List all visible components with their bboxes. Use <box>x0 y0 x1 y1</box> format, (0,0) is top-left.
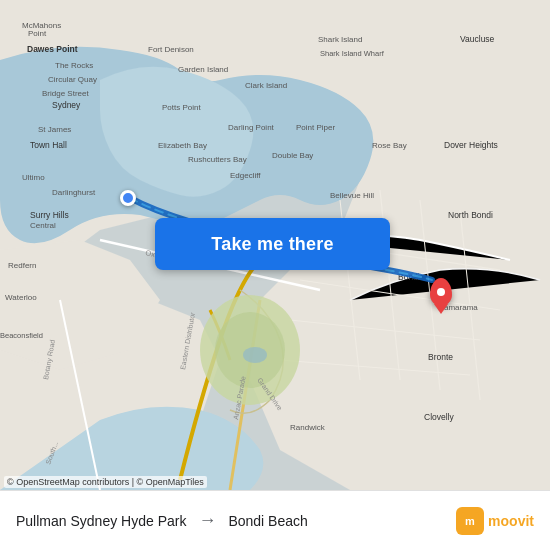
svg-text:Clovelly: Clovelly <box>424 412 455 422</box>
svg-text:Vaucluse: Vaucluse <box>460 34 495 44</box>
destination-label: Bondi Beach <box>228 513 307 529</box>
svg-text:Bridge Street: Bridge Street <box>42 89 89 98</box>
svg-text:Town Hall: Town Hall <box>30 140 67 150</box>
svg-text:Waterloo: Waterloo <box>5 293 37 302</box>
moovit-text: moovit <box>488 513 534 529</box>
svg-text:Rushcutters Bay: Rushcutters Bay <box>188 155 247 164</box>
map-container: McMahons Point Dawes Point The Rocks Cir… <box>0 0 550 490</box>
svg-text:Potts Point: Potts Point <box>162 103 201 112</box>
svg-text:Dover Heights: Dover Heights <box>444 140 498 150</box>
svg-text:Bondi: Bondi <box>398 272 420 282</box>
svg-point-18 <box>243 347 267 363</box>
svg-text:Elizabeth Bay: Elizabeth Bay <box>158 141 207 150</box>
svg-text:North Bondi: North Bondi <box>448 210 493 220</box>
svg-text:Point Piper: Point Piper <box>296 123 335 132</box>
svg-text:Sydney: Sydney <box>52 100 81 110</box>
svg-text:m: m <box>465 515 475 527</box>
map-attribution: © OpenStreetMap contributors | © OpenMap… <box>4 476 207 488</box>
origin-label: Pullman Sydney Hyde Park <box>16 513 186 529</box>
svg-text:Bronte: Bronte <box>428 352 453 362</box>
svg-text:Shark Island: Shark Island <box>318 35 362 44</box>
svg-text:Circular Quay: Circular Quay <box>48 75 97 84</box>
svg-text:Garden Island: Garden Island <box>178 65 228 74</box>
svg-text:Clark Island: Clark Island <box>245 81 287 90</box>
svg-text:Bellevue Hill: Bellevue Hill <box>330 191 374 200</box>
svg-text:Beaconsfield: Beaconsfield <box>0 331 43 340</box>
svg-text:Darlinghurst: Darlinghurst <box>52 188 96 197</box>
svg-text:Edgecliff: Edgecliff <box>230 171 261 180</box>
svg-text:The Rocks: The Rocks <box>55 61 93 70</box>
svg-text:Fort Denison: Fort Denison <box>148 45 194 54</box>
moovit-icon: m <box>456 507 484 535</box>
svg-text:Central: Central <box>30 221 56 230</box>
svg-text:Double Bay: Double Bay <box>272 151 313 160</box>
svg-text:Randwick: Randwick <box>290 423 326 432</box>
svg-text:Rose Bay: Rose Bay <box>372 141 407 150</box>
footer: Pullman Sydney Hyde Park → Bondi Beach m… <box>0 490 550 550</box>
moovit-logo: m moovit <box>456 507 534 535</box>
svg-text:St James: St James <box>38 125 71 134</box>
take-me-there-button[interactable]: Take me there <box>155 218 390 270</box>
route-arrow: → <box>198 510 216 531</box>
svg-text:Point: Point <box>28 29 47 38</box>
svg-text:Dawes Point: Dawes Point <box>27 44 78 54</box>
take-me-there-label: Take me there <box>211 234 333 255</box>
svg-text:Ultimo: Ultimo <box>22 173 45 182</box>
svg-text:Surry Hills: Surry Hills <box>30 210 69 220</box>
origin-marker <box>120 190 136 206</box>
svg-text:Darling Point: Darling Point <box>228 123 275 132</box>
destination-marker <box>430 278 452 306</box>
svg-text:Redfern: Redfern <box>8 261 36 270</box>
svg-text:Shark Island Wharf: Shark Island Wharf <box>320 49 385 58</box>
